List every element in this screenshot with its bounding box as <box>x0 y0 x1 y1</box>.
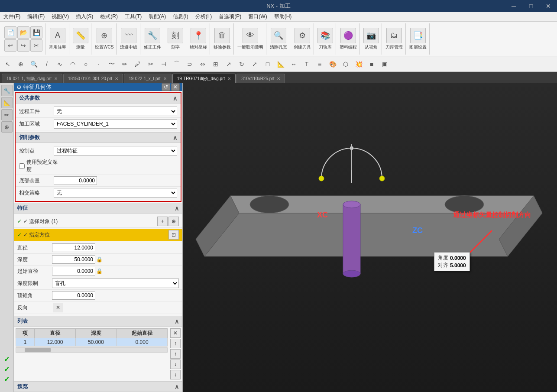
menu-analysis[interactable]: 分析(L) <box>192 13 216 20</box>
t2-color-icon[interactable]: 🎨 <box>327 58 339 70</box>
process-tool-select[interactable]: 无 <box>54 107 177 116</box>
t2-snap-icon[interactable]: ⊕ <box>15 58 27 70</box>
clear-hole-icon[interactable]: 🔍 <box>271 28 286 43</box>
tab-file-5[interactable]: 310x110xR25.prt ✕ <box>236 74 285 83</box>
t2-draw2-icon[interactable]: 🖊 <box>132 58 144 70</box>
tab-file-4[interactable]: 19-TRG071询价_dwg.prt ✕ <box>172 74 236 83</box>
menu-tools[interactable]: 工具(T) <box>121 13 145 20</box>
machining-area-select[interactable]: FACES_CYLINDER_1 <box>54 119 177 129</box>
public-params-chevron[interactable]: ∧ <box>173 95 177 102</box>
abs-coord-icon[interactable]: 📍 <box>191 28 206 43</box>
tab-close-2[interactable]: ✕ <box>115 76 118 81</box>
t2-fillet-icon[interactable]: ⌒ <box>171 58 183 70</box>
remove-param-icon[interactable]: 🗑 <box>214 28 230 43</box>
list-up-button[interactable]: ↑ <box>170 339 181 348</box>
open-icon[interactable]: 📂 <box>17 26 29 39</box>
tab-file-1[interactable]: 19-021-1, 制新_dwg.prt ✕ <box>2 74 62 83</box>
from-view-icon[interactable]: 📷 <box>363 28 379 43</box>
cancel-transp-icon[interactable]: 👁 <box>243 28 258 43</box>
list-down2-button[interactable]: ↓ <box>170 370 181 379</box>
t2-measure2-icon[interactable]: 📐 <box>275 58 287 70</box>
select-object-add-button[interactable]: + <box>157 217 168 226</box>
maximize-button[interactable]: □ <box>522 0 540 12</box>
wcs-icon[interactable]: ⊕ <box>97 28 112 43</box>
t2-rotate-icon[interactable]: ↻ <box>236 58 248 70</box>
t2-layer2-icon[interactable]: ≡ <box>314 58 326 70</box>
taper-angle-input[interactable] <box>52 291 95 300</box>
dialog-close-button[interactable]: ✕ <box>171 83 180 91</box>
t2-mirror-icon[interactable]: ⇔ <box>197 58 209 70</box>
diameter-input[interactable] <box>52 243 95 252</box>
t2-move-icon[interactable]: ↗ <box>223 58 235 70</box>
t2-text-icon[interactable]: T <box>301 58 313 70</box>
t2-array-icon[interactable]: ⊞ <box>210 58 222 70</box>
list-up2-button[interactable]: ↑ <box>170 349 181 359</box>
t2-draw1-icon[interactable]: ✏ <box>119 58 131 70</box>
tab-close-4[interactable]: ✕ <box>227 76 231 81</box>
menu-help[interactable]: 帮助(H) <box>271 13 295 20</box>
tool-lib-icon[interactable]: 📚 <box>317 28 333 43</box>
list-scroll-area[interactable]: 项 直径 深度 起始直径 1 12.000 50.000 <box>16 328 168 347</box>
fix-tool-icon[interactable]: 🔧 <box>145 28 160 43</box>
list-chevron[interactable]: ∧ <box>175 318 179 325</box>
menu-view[interactable]: 视图(V) <box>48 13 72 20</box>
cross-strategy-select[interactable]: 无 <box>54 188 177 198</box>
t2-dim-icon[interactable]: ↔ <box>288 58 300 70</box>
save-icon[interactable]: 💾 <box>30 26 42 39</box>
t2-solid-icon[interactable]: ■ <box>366 58 378 70</box>
cut-params-chevron[interactable]: ∧ <box>173 134 177 141</box>
t2-arc-icon[interactable]: ◠ <box>67 58 79 70</box>
menu-info[interactable]: 信息(I) <box>169 13 191 20</box>
menu-insert[interactable]: 插入(S) <box>72 13 97 20</box>
list-down-button[interactable]: ↓ <box>170 360 181 369</box>
menu-preferences[interactable]: 首选项(P) <box>215 13 245 20</box>
reverse-button[interactable]: ✕ <box>53 303 63 312</box>
t2-surface-icon[interactable]: ▣ <box>379 58 391 70</box>
layer-icon[interactable]: 📑 <box>410 28 426 43</box>
tab-close-5[interactable]: ✕ <box>277 76 280 81</box>
t2-line-icon[interactable]: / <box>41 58 53 70</box>
close-button[interactable]: ✕ <box>540 0 557 12</box>
menu-window[interactable]: 窗口(W) <box>245 13 270 20</box>
tab-close-3[interactable]: ✕ <box>163 76 167 81</box>
tool-mgr-icon[interactable]: 🗂 <box>386 28 402 43</box>
lt-icon-3[interactable]: ✏ <box>1 109 13 120</box>
depth-limit-select[interactable]: 盲孔 <box>52 279 179 288</box>
plastic-icon[interactable]: 🟣 <box>340 28 356 43</box>
tab-close-1[interactable]: ✕ <box>54 76 58 81</box>
t2-curve-icon[interactable]: ∿ <box>54 58 66 70</box>
dialog-reset-button[interactable]: ↺ <box>162 83 170 91</box>
t2-filter-icon[interactable]: 🔍 <box>28 58 40 70</box>
measure-icon[interactable]: 📏 <box>73 28 88 43</box>
menu-format[interactable]: 格式(R) <box>97 13 121 20</box>
tab-file-2[interactable]: 18150-0101-001-20.prt ✕ <box>63 74 123 83</box>
undo-icon[interactable]: ↩ <box>4 39 16 52</box>
t2-explode-icon[interactable]: 💥 <box>353 58 365 70</box>
menu-file[interactable]: 文件(F) <box>0 13 24 20</box>
t2-box-icon[interactable]: □ <box>262 58 274 70</box>
t2-offset-icon[interactable]: ⊃ <box>184 58 196 70</box>
table-row[interactable]: 1 12.000 50.000 0.000 <box>16 338 168 347</box>
lt-icon-4[interactable]: ⊕ <box>1 121 13 133</box>
minimize-button[interactable]: ─ <box>505 0 522 12</box>
new-icon[interactable]: 📄 <box>4 26 16 39</box>
start-diameter-input[interactable] <box>52 267 95 275</box>
tab-file-3[interactable]: 19-022-1_x_t.prt ✕ <box>124 74 171 83</box>
3d-view[interactable]: XC 通过坐标矢量控制切削方向 ZC 角度 0.0000 对齐 5.0000 <box>183 83 557 392</box>
list-hscroll[interactable] <box>16 347 168 353</box>
depth-input[interactable] <box>52 255 95 264</box>
t2-extend-icon[interactable]: ⊣ <box>158 58 170 70</box>
bottom-margin-input[interactable] <box>54 176 97 185</box>
t2-trim-icon[interactable]: ✂ <box>145 58 157 70</box>
t2-group-icon[interactable]: ⬡ <box>340 58 352 70</box>
t2-circle-icon[interactable]: ○ <box>80 58 92 70</box>
cut-icon[interactable]: ✂ <box>30 39 42 52</box>
lt-icon-2[interactable]: 📐 <box>1 97 13 108</box>
preview-chevron[interactable]: ∧ <box>175 383 179 390</box>
select-object-target-button[interactable]: ⊕ <box>168 217 179 226</box>
create-tool-icon[interactable]: ⚙ <box>295 28 310 43</box>
menu-assembly[interactable]: 装配(A) <box>145 13 169 20</box>
text-icon[interactable]: A <box>50 28 65 43</box>
t2-scale-icon[interactable]: ⤢ <box>249 58 261 70</box>
t2-point-icon[interactable]: · <box>93 58 105 70</box>
